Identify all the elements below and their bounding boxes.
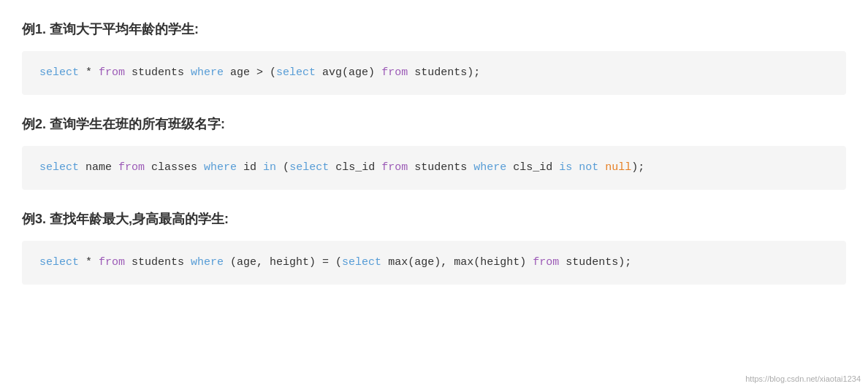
code-token: select — [342, 256, 381, 269]
code-token: students); — [408, 66, 480, 79]
code-token: students — [125, 66, 191, 79]
code-token: classes — [145, 161, 204, 174]
section-section2: 例2. 查询学生在班的所有班级名字:select name from class… — [22, 109, 846, 190]
code-token: null — [605, 161, 631, 174]
section-title: 例1. 查询大于平均年龄的学生: — [22, 15, 846, 44]
section-section3: 例3. 查找年龄最大,身高最高的学生:select * from student… — [22, 204, 846, 285]
code-token: where — [191, 66, 224, 79]
code-token: name — [79, 161, 118, 174]
code-token: where — [204, 161, 237, 174]
watermark: https://blog.csdn.net/xiaotai1234 — [745, 374, 861, 383]
code-token: in — [263, 161, 276, 174]
code-token: * — [79, 66, 99, 79]
code-token: select — [276, 66, 316, 79]
code-token — [572, 161, 579, 174]
code-token: select — [39, 66, 79, 79]
code-token: select — [289, 161, 329, 174]
code-token: not — [579, 161, 598, 174]
page-container: 例1. 查询大于平均年龄的学生:select * from students w… — [22, 15, 846, 285]
code-token: select — [39, 161, 79, 174]
code-token: students); — [559, 256, 631, 269]
section-title: 例2. 查询学生在班的所有班级名字: — [22, 109, 846, 139]
code-token: from — [99, 66, 125, 79]
code-token: avg(age) — [316, 66, 381, 79]
code-token: where — [191, 256, 224, 269]
code-token: where — [473, 161, 506, 174]
code-token: ); — [631, 161, 644, 174]
code-token: students — [125, 256, 191, 269]
code-token: from — [99, 256, 125, 269]
code-token: id — [237, 161, 263, 174]
code-token: ( — [276, 161, 289, 174]
code-token: students — [408, 161, 473, 174]
code-token: select — [39, 256, 79, 269]
code-token: from — [118, 161, 145, 174]
code-token: from — [533, 256, 559, 269]
code-token: max(age), max(height) — [381, 256, 533, 269]
code-token: * — [79, 256, 99, 269]
section-section1: 例1. 查询大于平均年龄的学生:select * from students w… — [22, 15, 846, 95]
code-token: is — [559, 161, 572, 174]
code-block: select * from students where age > (sele… — [22, 51, 846, 95]
code-token: age > ( — [224, 66, 276, 79]
code-token: from — [381, 161, 408, 174]
code-block: select * from students where (age, heigh… — [22, 241, 846, 285]
code-token: (age, height) = ( — [224, 256, 342, 269]
code-token — [598, 161, 605, 174]
code-token: cls_id — [329, 161, 381, 174]
code-token: cls_id — [506, 161, 559, 174]
code-block: select name from classes where id in (se… — [22, 146, 846, 190]
section-title: 例3. 查找年龄最大,身高最高的学生: — [22, 204, 846, 234]
code-token: from — [381, 66, 408, 79]
